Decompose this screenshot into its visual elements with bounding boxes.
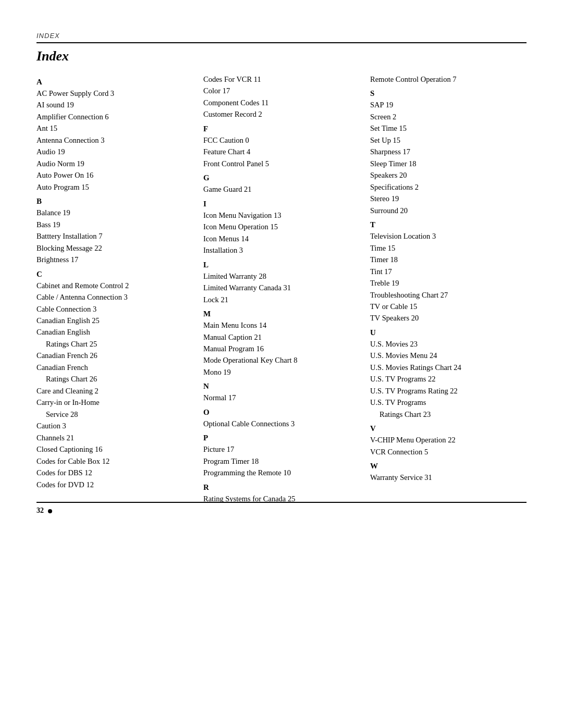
header-section: Index [36,31,527,43]
footer: 32 [36,502,527,515]
index-entry: U.S. TV Programs Rating 22 [370,385,527,397]
header-label: Index [36,32,60,40]
index-entry: Brightness 17 [36,254,193,265]
index-entry: Surround 20 [370,205,527,216]
index-entry: U.S. Movies 23 [370,338,527,350]
index-entry: Mode Operational Key Chart 8 [203,354,360,366]
index-entry: VCR Connection 5 [370,446,527,458]
column-1: AAC Power Supply Cord 3AI sound 19Amplif… [36,73,203,490]
index-entry: U.S. TV Programs 22 [370,373,527,385]
index-entry: Remote Control Operation 7 [370,73,527,85]
index-entry: Optional Cable Connections 3 [203,418,360,429]
letter-heading-P: P [203,434,360,442]
index-entry: Icon Menu Navigation 13 [203,209,360,221]
letter-heading-C: C [36,270,193,279]
index-entry: Auto Program 15 [36,181,193,193]
index-entry: Set Time 15 [370,122,527,134]
index-entry: FCC Caution 0 [203,134,360,146]
index-entry: Cable Connection 3 [36,303,193,315]
index-entry: Warranty Service 31 [370,472,527,483]
letter-heading-G: G [203,174,360,182]
index-entry: SAP 19 [370,99,527,110]
index-entry: Batttery Installation 7 [36,230,193,242]
index-entry: Speakers 20 [370,169,527,181]
index-entry: Codes for DVD 12 [36,479,193,490]
index-entry: Program Timer 18 [203,455,360,467]
letter-heading-N: N [203,382,360,391]
index-entry: Ratings Chart 23 [370,409,527,420]
index-entry: Specifications 2 [370,181,527,193]
index-entry: Television Location 3 [370,230,527,242]
index-entry: Treble 19 [370,277,527,289]
index-entry: Limited Warranty Canada 31 [203,282,360,293]
column-2: Codes For VCR 11Color 17Component Codes … [203,73,370,504]
letter-heading-W: W [370,462,527,471]
index-columns: AAC Power Supply Cord 3AI sound 19Amplif… [36,73,527,504]
index-entry: Antenna Connection 3 [36,134,193,146]
index-entry: Cabinet and Remote Control 2 [36,280,193,291]
index-entry: Feature Chart 4 [203,146,360,157]
index-entry: Color 17 [203,85,360,96]
index-entry: Care and Cleaning 2 [36,385,193,397]
index-entry: Ratings Chart 25 [36,338,193,350]
index-entry: Stereo 19 [370,193,527,204]
index-entry: Programming the Remote 10 [203,467,360,478]
index-entry: Sleep Timer 18 [370,158,527,169]
index-entry: Front Control Panel 5 [203,158,360,169]
index-entry: Codes For VCR 11 [203,73,360,85]
index-entry: Audio 19 [36,146,193,157]
index-entry: U.S. Movies Menu 24 [370,350,527,361]
index-entry: Customer Record 2 [203,108,360,120]
index-entry: Codes for DBS 12 [36,467,193,478]
footer-page-number: 32 [36,507,44,514]
index-entry: Sharpness 17 [370,146,527,157]
index-entry: Blocking Message 22 [36,242,193,254]
index-entry: Tint 17 [370,266,527,277]
index-entry: Canadian French 26 [36,350,193,361]
index-entry: U.S. Movies Ratings Chart 24 [370,362,527,373]
index-entry: Bass 19 [36,219,193,230]
index-entry: Amplifier Connection 6 [36,111,193,122]
index-entry: Canadian English [36,326,193,338]
letter-heading-L: L [203,261,360,269]
index-entry: Normal 17 [203,392,360,403]
index-entry: Carry-in or In-Home [36,397,193,408]
index-entry: Lock 21 [203,294,360,305]
letter-heading-U: U [370,328,527,337]
letter-heading-A: A [36,78,193,87]
index-entry: U.S. TV Programs [370,397,527,408]
letter-heading-S: S [370,89,527,98]
index-entry: Screen 2 [370,111,527,122]
index-entry: Icon Menu Operation 15 [203,221,360,232]
index-entry: Manual Program 16 [203,343,360,354]
index-entry: Ant 15 [36,122,193,134]
letter-heading-F: F [203,125,360,133]
index-entry: Manual Caption 21 [203,331,360,343]
index-entry: TV Speakers 20 [370,312,527,324]
index-entry: Canadian English 25 [36,315,193,326]
index-entry: Codes for Cable Box 12 [36,455,193,467]
index-entry: Time 15 [370,242,527,254]
index-entry: Service 28 [36,409,193,420]
index-entry: Closed Captioning 16 [36,443,193,455]
index-entry: AC Power Supply Cord 3 [36,88,193,99]
index-entry: Cable / Antenna Connection 3 [36,291,193,303]
index-entry: Limited Warranty 28 [203,270,360,282]
letter-heading-I: I [203,200,360,208]
page-title: Index [36,48,527,64]
index-entry: Icon Menus 14 [203,233,360,244]
letter-heading-B: B [36,197,193,206]
index-entry: Ratings Chart 26 [36,373,193,385]
page-container: Index Index AAC Power Supply Cord 3AI so… [0,0,563,546]
index-entry: Picture 17 [203,443,360,455]
index-entry: Audio Norm 19 [36,158,193,169]
index-entry: Auto Power On 16 [36,169,193,181]
index-entry: Canadian French [36,362,193,373]
index-entry: Caution 3 [36,420,193,431]
index-entry: Main Menu Icons 14 [203,319,360,331]
footer-dot [48,509,52,513]
index-entry: V-CHIP Menu Operation 22 [370,434,527,446]
index-entry: Mono 19 [203,366,360,378]
letter-heading-V: V [370,424,527,433]
letter-heading-M: M [203,310,360,318]
